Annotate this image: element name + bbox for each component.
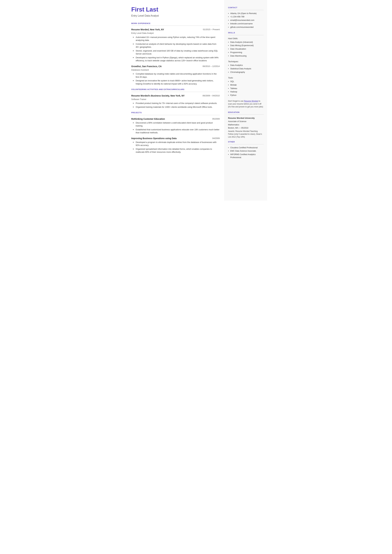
job-2-header: Growthsi, San Francisco, CA 06/2010 – 12… [131, 65, 220, 68]
volunteering-1: Resume Worded's Business Society, New Yo… [131, 94, 220, 109]
contact-divider [228, 10, 264, 10]
skill: Programming [228, 51, 264, 54]
volunteering-1-company: Resume Worded's Business Society, New Yo… [131, 94, 185, 98]
bullet: Established that customized business app… [133, 128, 220, 134]
project-1: Rethinking Customer Education 05/2009 Di… [131, 117, 220, 134]
volunteering-1-bullets: Provided product training for 70+ intern… [131, 102, 220, 108]
job-title: Entry Level Data Analyst [131, 14, 220, 18]
skill: Python [228, 94, 264, 97]
job-2-company: Growthsi, San Francisco, CA [131, 65, 162, 68]
promo-link[interactable]: Resume Worded [244, 100, 258, 102]
skills-techniques-label: Techniques: [228, 60, 264, 63]
volunteering-1-header: Resume Worded's Business Society, New Yo… [131, 94, 220, 98]
other-item: Cloudera Certified Professional [228, 146, 264, 149]
promo-text: Don't forget to use Resume Worded to sca… [228, 100, 264, 108]
job-1-company: Resume Worded, New York, NY [131, 28, 164, 31]
work-experience-label: WORK EXPERIENCE [131, 22, 220, 25]
skill: Statistical Data Analysis [228, 67, 264, 70]
contact-location: Atlanta, GA (Open to Remote) [228, 12, 264, 15]
edu-field: Mathematics [228, 123, 264, 126]
volunteering-label: VOLUNTEERING ACTIVITIES AND EXTRACURRICU… [131, 88, 220, 91]
skill: Hadoop [228, 90, 264, 93]
bullet: Compiled database by creating index tabl… [133, 72, 220, 78]
volunteering-1-date: 06/2009 – 04/2010 [203, 94, 220, 97]
work-divider [131, 26, 220, 26]
contact-github: github.com/resumeworded [228, 26, 264, 29]
left-column: First Last Entry Level Data Analyst WORK… [125, 0, 224, 201]
contact-linkedin: linkedin.com/in/username [228, 22, 264, 25]
job-1-date: 01/2015 – Present [203, 28, 220, 31]
bullet: Provided product training for 70+ intern… [133, 102, 220, 105]
other-divider [228, 144, 264, 144]
project-2-header: Improving Business Operations using Data… [131, 137, 220, 140]
skills-techniques-list: Data Analytics Statistical Data Analysis… [228, 64, 264, 74]
bullet: Organized training materials for 1300+ c… [133, 105, 220, 109]
job-2-bullets: Compiled database by creating index tabl… [131, 72, 220, 85]
bullet: Conducted an analysis of client behavior… [133, 42, 220, 49]
volunteering-1-role: Software Trainer [131, 98, 220, 101]
project-1-bullets: Discovered a 90% correlation between a w… [131, 121, 220, 134]
edu-school: Resume Worded University [228, 117, 264, 120]
skills-hard-list: Data Analysis (Advanced) Data Mining (Ex… [228, 41, 264, 57]
edu-degree: Associate of Science [228, 120, 264, 123]
other-list: Cloudera Certified Professional EMC Data… [228, 146, 264, 159]
edu-awards: Awards: Resume Worded Teaching Fellow (o… [228, 130, 264, 138]
right-column: CONTACT Atlanta, GA (Open to Remote) +1-… [224, 0, 267, 201]
education-label: EDUCATION [228, 111, 264, 114]
contact-email: email@resumeworded.com [228, 19, 264, 22]
skills-hard-label: Hard Skills: [228, 37, 264, 40]
skill: Tableau [228, 87, 264, 90]
project-2-name: Improving Business Operations using Data [131, 137, 177, 140]
resume-page: First Last Entry Level Data Analyst WORK… [125, 0, 267, 201]
skills-label: SKILLS [228, 31, 264, 34]
other-item: EMC Data Science Associate. [228, 150, 264, 153]
job-1: Resume Worded, New York, NY 01/2015 – Pr… [131, 28, 220, 62]
promo-prefix: Don't forget to use [228, 100, 244, 102]
bullet: Automated 10+ manual processes using Pyt… [133, 36, 220, 42]
volunteering-divider [131, 92, 220, 92]
job-1-bullets: Automated 10+ manual processes using Pyt… [131, 36, 220, 62]
project-2: Improving Business Operations using Data… [131, 137, 220, 154]
project-1-name: Rethinking Customer Education [131, 117, 165, 121]
job-1-role: Entry Level Data Analyst [131, 32, 220, 35]
project-2-bullets: Developed a program to eliminate duplica… [131, 141, 220, 154]
job-1-header: Resume Worded, New York, NY 01/2015 – Pr… [131, 28, 220, 31]
skill: Chromatography [228, 71, 264, 74]
job-2-role: Database Assistant [131, 68, 220, 71]
job-2-date: 06/2010 – 12/2014 [203, 65, 220, 68]
skill: Data Analysis (Advanced) [228, 41, 264, 44]
skills-tools-label: Tools: [228, 77, 264, 79]
bullet: Developed a reporting tool in Python (Dj… [133, 56, 220, 62]
skill: Data Mining (Experienced) [228, 44, 264, 47]
bullet: Designed an innovative file system to tr… [133, 79, 220, 85]
skill: Minitab [228, 84, 264, 87]
skills-divider [228, 35, 264, 35]
skill: Data Visualization [228, 48, 264, 50]
job-2: Growthsi, San Francisco, CA 06/2010 – 12… [131, 65, 220, 85]
contact-label: CONTACT [228, 6, 264, 9]
contact-list: Atlanta, GA (Open to Remote) +1-234-456-… [228, 12, 264, 29]
other-label: OTHER [228, 140, 264, 143]
edu-location-date: Boston, MA — 05/2010 [228, 126, 264, 129]
bullet: Organized spreadsheet information into d… [133, 147, 220, 154]
bullet: Developed a program to eliminate duplica… [133, 141, 220, 147]
other-item: INFORMS Certified Analytics Professional… [228, 153, 264, 159]
skills-tools-list: SQL Minitab Tableau Hadoop Python [228, 80, 264, 97]
project-1-date: 05/2009 [212, 117, 220, 120]
project-1-header: Rethinking Customer Education 05/2009 [131, 117, 220, 121]
project-2-date: 04/2009 [212, 137, 220, 140]
skill: Data Warehousing [228, 55, 264, 57]
bullet: Discovered a 90% correlation between a w… [133, 121, 220, 127]
education-divider [228, 114, 264, 115]
contact-phone: +1-234-456-789 [228, 15, 264, 18]
projects-label: PROJECTS [131, 111, 220, 114]
name: First Last [131, 6, 220, 13]
skill: Data Analytics [228, 64, 264, 67]
bullet: Stored, organized, and examined 100 GB o… [133, 49, 220, 56]
skill: SQL [228, 80, 264, 83]
projects-divider [131, 115, 220, 115]
